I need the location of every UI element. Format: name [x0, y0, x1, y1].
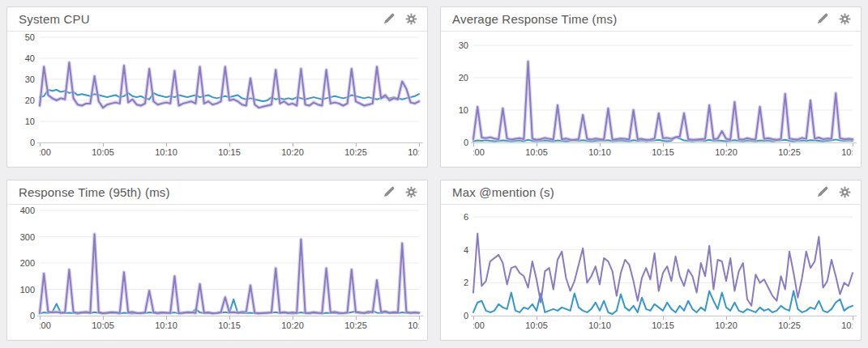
- x-axis-labels: 10:0010:0510:1010:1510:2010:2510:30: [473, 147, 853, 159]
- y-tick-label: 30: [441, 40, 468, 51]
- gear-icon[interactable]: [839, 186, 851, 198]
- x-axis-tick: [663, 143, 664, 146]
- x-tick-label: 10:30: [408, 147, 419, 157]
- x-axis-labels: 10:0010:0510:1010:1510:2010:2510:30: [473, 320, 853, 333]
- x-axis-tick: [356, 316, 357, 320]
- x-axis-tick: [166, 316, 167, 320]
- x-tick-label: 10:00: [40, 147, 51, 157]
- x-tick-label: 10:20: [715, 147, 738, 157]
- pencil-icon[interactable]: [383, 13, 395, 25]
- x-axis-tick: [537, 143, 537, 146]
- x-tick-label: 10:00: [40, 320, 51, 330]
- x-axis-tick: [789, 143, 790, 146]
- x-tick-label: 10:25: [344, 147, 367, 157]
- panel-title: Response Time (95th) (ms): [19, 185, 383, 199]
- x-tick-label: 10:10: [588, 147, 611, 157]
- x-tick-label: 10:15: [218, 320, 241, 330]
- y-tick-label: 400: [7, 205, 35, 216]
- x-axis-tick: [473, 316, 474, 320]
- x-axis-tick: [726, 316, 727, 320]
- y-tick-label: 10: [7, 116, 35, 127]
- panel-header: System CPU: [7, 7, 427, 32]
- y-tick-label: 200: [7, 257, 35, 269]
- x-axis-tick: [229, 316, 230, 320]
- x-axis-line: [37, 142, 423, 143]
- y-tick-label: 20: [441, 72, 468, 83]
- x-tick-label: 10:20: [715, 320, 738, 330]
- x-axis-tick: [293, 143, 293, 146]
- x-axis-tick: [537, 316, 537, 320]
- x-axis-tick: [853, 316, 853, 320]
- x-tick-label: 10:15: [652, 147, 674, 157]
- x-tick-label: 10:15: [652, 320, 674, 330]
- x-axis-line: [471, 142, 857, 143]
- gear-icon[interactable]: [405, 186, 417, 198]
- y-tick-label: 0: [441, 137, 468, 148]
- x-axis-tick: [103, 316, 104, 320]
- panel-actions: [383, 186, 417, 198]
- dashboard-grid: System CPU 0102030405010:0010:0510:1010:…: [0, 0, 868, 347]
- x-tick-label: 10:30: [841, 147, 853, 157]
- plot-area: [473, 210, 853, 316]
- panel-system-cpu: System CPU 0102030405010:0010:0510:1010:…: [6, 6, 428, 168]
- x-tick-label: 10:05: [92, 320, 114, 330]
- panel-actions: [816, 13, 851, 25]
- gear-icon[interactable]: [839, 13, 851, 25]
- x-tick-label: 10:10: [155, 320, 177, 330]
- panel-header: Max @mention (s): [441, 180, 861, 205]
- y-tick-label: 0: [441, 310, 468, 321]
- y-tick-label: 40: [7, 53, 35, 64]
- x-tick-label: 10:25: [344, 320, 367, 330]
- x-axis-tick: [40, 316, 41, 320]
- plot-area: [473, 37, 853, 142]
- x-tick-label: 10:00: [473, 320, 485, 330]
- x-tick-label: 10:30: [408, 320, 419, 330]
- y-tick-label: 6: [441, 211, 468, 223]
- x-axis-tick: [663, 316, 664, 320]
- x-axis-tick: [229, 143, 230, 146]
- y-tick-label: 300: [7, 231, 35, 243]
- x-tick-label: 10:00: [473, 147, 485, 157]
- chart-canvas-response-time-95th[interactable]: 010020030040010:0010:0510:1010:1510:2010…: [7, 205, 427, 340]
- plot-area: [40, 210, 419, 316]
- panel-title: Average Response Time (ms): [452, 12, 816, 26]
- chart-canvas-average-response-time[interactable]: 010203010:0010:0510:1010:1510:2010:2510:…: [441, 32, 861, 167]
- x-axis-tick: [789, 316, 790, 320]
- x-tick-label: 10:10: [155, 147, 177, 157]
- x-axis-tick: [103, 143, 104, 146]
- y-tick-label: 10: [441, 104, 468, 116]
- pencil-icon[interactable]: [383, 186, 395, 198]
- x-axis-tick: [600, 143, 601, 146]
- panel-response-time-95th: Response Time (95th) (ms) 01002003004001…: [6, 180, 428, 341]
- x-axis-tick: [600, 316, 601, 320]
- x-tick-label: 10:05: [525, 147, 548, 157]
- x-axis-tick: [419, 316, 420, 320]
- x-tick-label: 10:20: [281, 147, 304, 157]
- gear-icon[interactable]: [405, 13, 417, 25]
- panel-title: Max @mention (s): [452, 185, 816, 199]
- x-axis-tick: [293, 316, 293, 320]
- panel-actions: [383, 13, 417, 25]
- x-axis-line: [471, 316, 857, 316]
- x-axis-tick: [726, 143, 727, 146]
- y-tick-label: 30: [7, 74, 35, 85]
- y-tick-label: 20: [7, 95, 35, 106]
- y-tick-label: 0: [7, 310, 35, 321]
- x-axis-tick: [853, 143, 853, 146]
- x-tick-label: 10:20: [281, 320, 304, 330]
- pencil-icon[interactable]: [816, 186, 828, 198]
- x-tick-label: 10:05: [525, 320, 548, 330]
- series-line-purple: [473, 233, 853, 305]
- pencil-icon[interactable]: [816, 13, 828, 25]
- chart-canvas-system-cpu[interactable]: 0102030405010:0010:0510:1010:1510:2010:2…: [7, 32, 427, 167]
- series-line-purple: [40, 62, 419, 108]
- x-axis-labels: 10:0010:0510:1010:1510:2010:2510:30: [40, 147, 419, 159]
- panel-header: Average Response Time (ms): [441, 7, 861, 32]
- chart-canvas-max-mention[interactable]: 024610:0010:0510:1010:1510:2010:2510:30: [441, 205, 861, 340]
- y-tick-label: 50: [7, 32, 35, 43]
- x-axis-tick: [419, 143, 420, 146]
- x-axis-tick: [166, 143, 167, 146]
- panel-header: Response Time (95th) (ms): [7, 180, 427, 205]
- x-axis-labels: 10:0010:0510:1010:1510:2010:2510:30: [40, 320, 419, 333]
- panel-max-mention: Max @mention (s) 024610:0010:0510:1010:1…: [440, 180, 862, 341]
